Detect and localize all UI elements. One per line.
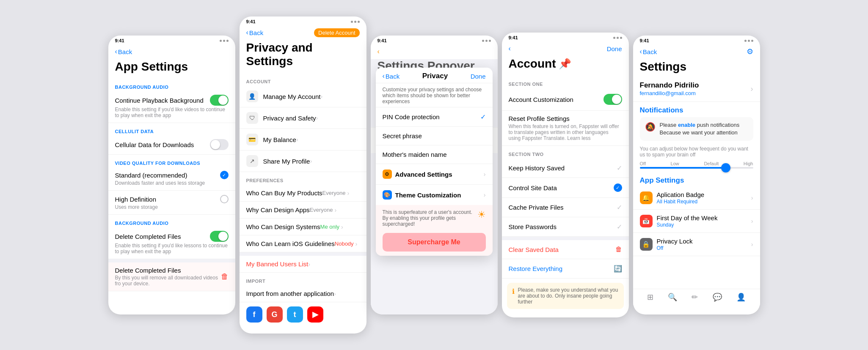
menu-who-design-systems[interactable]: Who Can Design Systems Me only › (240, 219, 366, 235)
keep-history-item[interactable]: Keep History Saved ✓ (502, 159, 629, 178)
menu-why-design[interactable]: Why Can Design Apps Everyone › (240, 202, 366, 219)
menu-who-buy[interactable]: Who Can Buy My Products Everyone › (240, 185, 366, 202)
back-button-3[interactable]: ‹ (378, 48, 380, 55)
privacy-safety-title: Privacy and Safety (263, 115, 316, 122)
modal-done-button[interactable]: Done (471, 73, 486, 80)
notif-enable[interactable]: enable (678, 122, 695, 128)
status-time-4: 9:41 (509, 35, 518, 40)
share-profile-chevron: › (310, 158, 312, 164)
menu-my-balance[interactable]: 💳 My Balance › (240, 129, 366, 150)
status-bar-2: 9:41 (240, 16, 366, 25)
privacy-lock-item[interactable]: 🔒 Privacy Lock Off › (633, 233, 760, 256)
control-site-data-item[interactable]: Control Site Data ✓ (502, 178, 629, 198)
menu-share-profile[interactable]: ↗ Share My Profile › (240, 150, 366, 172)
status-bar-3: 9:41 (371, 36, 498, 44)
back-label-5: Back (643, 48, 657, 55)
slider-label-low: Low (671, 161, 679, 166)
aplication-badge-value: All Habit Required (657, 199, 751, 205)
tab-grid-icon[interactable]: ⊞ (647, 293, 653, 302)
twitter-import-icon[interactable]: t (287, 306, 303, 323)
back-chevron-4: ‹ (509, 45, 511, 52)
user-name: Fernando Pidrilio (640, 81, 699, 90)
privacy-item-secret[interactable]: Secret phrase (376, 127, 493, 145)
clear-saved-data-item[interactable]: Clear Saved Data 🗑 (502, 240, 629, 259)
delete-account-button[interactable]: Delete Account (314, 28, 359, 37)
setting-cellular-data[interactable]: Cellular Data for Downloads (108, 135, 235, 155)
reset-profile-item[interactable]: Reset Profile Settings When this feature… (502, 111, 629, 146)
menu-banned-users[interactable]: My Banned Users List › (240, 256, 366, 273)
menu-manage-account[interactable]: 👤 Manage My Account › (240, 86, 366, 107)
slider-thumb[interactable] (721, 163, 730, 172)
setting-desc-standard: Downloads faster and uses less storage (115, 180, 229, 186)
menu-import-app[interactable]: Import from another application › (240, 285, 366, 302)
setting-delete-completed-1[interactable]: Delete Completed Files Enable this setti… (108, 227, 235, 259)
aplication-badge-item[interactable]: 🔔 Aplication Badge All Habit Required › (633, 186, 760, 210)
radio-hd-unselected (220, 195, 229, 203)
section-label-import: Import (240, 273, 366, 285)
gear-button-5[interactable]: ⚙ (747, 47, 753, 56)
advanced-settings-chevron: › (484, 171, 486, 178)
modal-back-button[interactable]: ‹ Back (383, 72, 400, 80)
my-balance-title: My Balance (263, 136, 296, 143)
first-day-week-chevron: › (751, 218, 753, 224)
setting-continue-playback[interactable]: Continue Playback Background Enable this… (108, 90, 235, 123)
account-customization-toggle[interactable] (603, 94, 622, 105)
first-day-week-item[interactable]: 📅 First Day of the Week Sunday › (633, 210, 760, 233)
theme-customization-item[interactable]: 🎨 Theme Customization › (376, 185, 493, 205)
toggle-continue-playback[interactable] (210, 95, 229, 106)
restore-everything-item[interactable]: Restore Everything 🔄 (502, 259, 629, 279)
keep-history-checkmark: ✓ (617, 164, 622, 172)
screen4-content: Account 📌 Section One Account Customizat… (502, 56, 629, 317)
status-bar-1: 9:41 (108, 36, 235, 44)
done-button-4[interactable]: Done (607, 45, 622, 52)
account-customization-title: Account Customization (509, 96, 573, 103)
status-bar-4: 9:41 (502, 33, 629, 41)
section-label-video-quality: Video Quality for Downloads (108, 155, 235, 167)
menu-who-learn-ios[interactable]: Who Can Learn iOS Guidelines Nobody › (240, 235, 366, 252)
user-row[interactable]: Fernando Pidrilio fernandilio@gmail.com … (640, 81, 753, 96)
page-title-1: App Settings (108, 59, 235, 79)
back-button-4[interactable]: ‹ (509, 45, 511, 52)
toggle-cellular[interactable] (210, 139, 229, 150)
privacy-safety-chevron: › (316, 115, 318, 121)
facebook-import-icon[interactable]: f (246, 306, 262, 323)
back-button-1[interactable]: ‹ Back (115, 48, 132, 55)
toggle-delete-completed[interactable] (210, 231, 229, 242)
store-passwords-item[interactable]: Store Passwords ✓ (502, 217, 629, 237)
cache-private-files-item[interactable]: Cache Private Files ✓ (502, 198, 629, 217)
setting-delete-completed-danger[interactable]: Delete Completed Files By this you will … (108, 262, 235, 291)
back-button-5[interactable]: ‹ Back (640, 48, 657, 55)
section-label-bg-audio-2: Background Audio (108, 215, 235, 227)
back-button-2[interactable]: ‹ Back (246, 29, 264, 36)
manage-account-title: Manage My Account (263, 93, 321, 100)
modal-back-chevron: ‹ (383, 72, 385, 80)
youtube-import-icon[interactable]: ▶ (307, 306, 323, 323)
tab-search-icon[interactable]: 🔍 (668, 293, 677, 302)
notification-box: 🔕 Please enable push notifications Becau… (640, 117, 753, 141)
theme-customization-icon: 🎨 (383, 190, 392, 200)
account-customization-item[interactable]: Account Customization (502, 88, 629, 111)
setting-standard[interactable]: Standard (recommended) ✓ Downloads faste… (108, 167, 235, 191)
google-import-icon[interactable]: G (267, 306, 283, 323)
notifications-title: Notifications (640, 106, 753, 115)
privacy-item-maiden[interactable]: Mother's maiden name (376, 145, 493, 164)
nav-bar-1: ‹ Back (108, 44, 235, 59)
status-indicators-5 (744, 40, 753, 42)
tab-profile-icon[interactable]: 👤 (736, 293, 746, 302)
status-indicators-3 (482, 40, 491, 42)
banned-users-chevron: › (308, 261, 310, 268)
tab-chat-icon[interactable]: 💬 (713, 293, 722, 302)
tab-edit-icon[interactable]: ✏ (692, 293, 698, 302)
share-profile-icon: ↗ (246, 155, 258, 167)
app-settings-title: App Settings (633, 172, 760, 186)
slider-track[interactable] (640, 167, 753, 169)
screen3-content: Settings Popover Enable this ... ‹ Back … (371, 59, 498, 314)
slider-label-default: Default (704, 161, 719, 166)
menu-privacy-safety[interactable]: 🛡 Privacy and Safety › (240, 107, 366, 129)
setting-hd[interactable]: High Definition Uses more storage (108, 191, 235, 215)
section-label-cellular: Cellulit Data (108, 123, 235, 135)
advanced-settings-item[interactable]: ⚙ Advanced Settings › (376, 164, 493, 185)
setting-title-continue-playback: Continue Playback Background (115, 97, 204, 104)
supercharge-me-button[interactable]: Supercharge Me (383, 233, 486, 252)
privacy-item-pin[interactable]: PIN Code protection ✓ (376, 107, 493, 127)
